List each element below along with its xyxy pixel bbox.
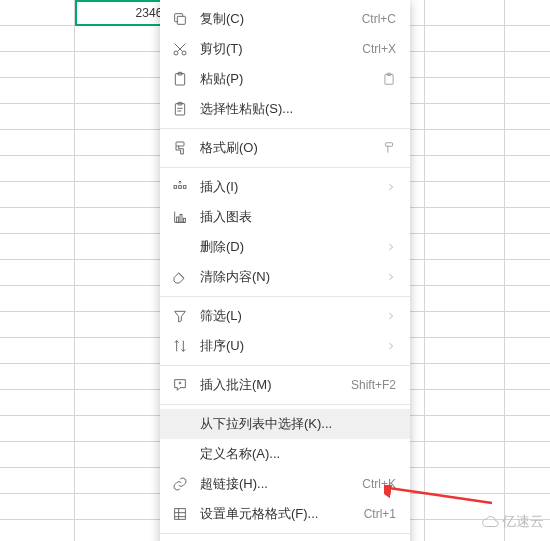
menu-item-cut[interactable]: 剪切(T) Ctrl+X <box>160 34 410 64</box>
menu-item-insert-comment[interactable]: 插入批注(M) Shift+F2 <box>160 370 410 400</box>
cell[interactable] <box>0 338 75 364</box>
menu-item-define-name[interactable]: 定义名称(A)... <box>160 439 410 469</box>
cell[interactable] <box>425 234 505 260</box>
menu-item-clear-contents[interactable]: 清除内容(N) <box>160 262 410 292</box>
menu-label: 删除(D) <box>200 238 380 256</box>
menu-item-format-cells[interactable]: 设置单元格格式(F)... Ctrl+1 <box>160 499 410 529</box>
cell[interactable] <box>425 364 505 390</box>
cell[interactable] <box>425 286 505 312</box>
cell[interactable] <box>0 78 75 104</box>
cell[interactable] <box>425 0 505 26</box>
cell[interactable] <box>505 26 550 52</box>
clear-icon <box>170 267 190 287</box>
menu-item-paste[interactable]: 粘贴(P) <box>160 64 410 94</box>
cell[interactable] <box>425 104 505 130</box>
comment-icon <box>170 375 190 395</box>
paste-special-icon <box>170 99 190 119</box>
cell[interactable] <box>505 442 550 468</box>
svg-rect-14 <box>177 217 179 222</box>
cell[interactable] <box>0 442 75 468</box>
cell[interactable] <box>0 130 75 156</box>
cell[interactable] <box>505 364 550 390</box>
menu-item-format-painter[interactable]: 格式刷(O) <box>160 133 410 163</box>
cell[interactable] <box>0 104 75 130</box>
cell[interactable] <box>505 156 550 182</box>
cell[interactable] <box>425 156 505 182</box>
menu-divider <box>160 533 410 534</box>
cell[interactable] <box>505 286 550 312</box>
menu-label: 粘贴(P) <box>200 70 378 88</box>
cell[interactable] <box>425 130 505 156</box>
menu-shortcut: Ctrl+C <box>362 12 396 26</box>
cell[interactable] <box>425 78 505 104</box>
cell[interactable] <box>0 468 75 494</box>
cell[interactable] <box>425 442 505 468</box>
cell[interactable] <box>425 208 505 234</box>
cell[interactable] <box>505 104 550 130</box>
cell[interactable] <box>0 26 75 52</box>
cell[interactable] <box>425 312 505 338</box>
svg-rect-11 <box>174 186 177 189</box>
cell[interactable] <box>425 338 505 364</box>
cell[interactable] <box>0 494 75 520</box>
cell[interactable] <box>0 52 75 78</box>
svg-rect-12 <box>179 186 182 189</box>
menu-label: 定义名称(A)... <box>200 445 396 463</box>
cell[interactable] <box>505 338 550 364</box>
menu-shortcut: Ctrl+1 <box>364 507 396 521</box>
cell[interactable] <box>0 390 75 416</box>
menu-item-sort[interactable]: 排序(U) <box>160 331 410 361</box>
menu-item-pick-from-list[interactable]: 从下拉列表中选择(K)... <box>160 409 410 439</box>
cell[interactable] <box>0 286 75 312</box>
cell[interactable] <box>0 364 75 390</box>
watermark: 亿速云 <box>481 513 544 531</box>
cell[interactable] <box>425 468 505 494</box>
cell[interactable] <box>505 468 550 494</box>
cell[interactable] <box>0 234 75 260</box>
menu-divider <box>160 296 410 297</box>
menu-label: 插入图表 <box>200 208 396 226</box>
cell[interactable] <box>0 416 75 442</box>
cell[interactable] <box>0 520 75 541</box>
menu-item-paste-special[interactable]: 选择性粘贴(S)... <box>160 94 410 124</box>
watermark-text: 亿速云 <box>502 513 544 531</box>
cell[interactable] <box>0 260 75 286</box>
cell[interactable] <box>505 182 550 208</box>
cell[interactable] <box>425 52 505 78</box>
cell[interactable] <box>425 260 505 286</box>
menu-label: 设置单元格格式(F)... <box>200 505 364 523</box>
cell[interactable] <box>505 130 550 156</box>
cell[interactable] <box>0 182 75 208</box>
menu-item-copy[interactable]: 复制(C) Ctrl+C <box>160 4 410 34</box>
menu-item-insert-chart[interactable]: 插入图表 <box>160 202 410 232</box>
cell[interactable] <box>505 416 550 442</box>
blank-icon <box>170 444 190 464</box>
cell[interactable] <box>425 390 505 416</box>
menu-item-insert[interactable]: 插入(I) <box>160 172 410 202</box>
cell[interactable] <box>425 416 505 442</box>
cell[interactable] <box>0 0 75 26</box>
cell[interactable] <box>505 208 550 234</box>
svg-point-1 <box>174 51 178 55</box>
cell[interactable] <box>425 26 505 52</box>
svg-rect-13 <box>183 186 186 189</box>
cell[interactable] <box>505 260 550 286</box>
cell[interactable] <box>505 312 550 338</box>
cell[interactable] <box>505 0 550 26</box>
cell[interactable] <box>0 312 75 338</box>
cell[interactable] <box>505 390 550 416</box>
cell[interactable] <box>425 182 505 208</box>
menu-label: 格式刷(O) <box>200 139 378 157</box>
menu-label: 筛选(L) <box>200 307 380 325</box>
menu-shortcut: Ctrl+K <box>362 477 396 491</box>
cell[interactable] <box>0 156 75 182</box>
menu-shortcut: Ctrl+X <box>362 42 396 56</box>
brush-icon <box>378 141 396 155</box>
cell[interactable] <box>505 78 550 104</box>
menu-item-delete[interactable]: 删除(D) <box>160 232 410 262</box>
cell[interactable] <box>505 234 550 260</box>
cell[interactable] <box>505 52 550 78</box>
cell[interactable] <box>0 208 75 234</box>
menu-item-filter[interactable]: 筛选(L) <box>160 301 410 331</box>
menu-item-hyperlink[interactable]: 超链接(H)... Ctrl+K <box>160 469 410 499</box>
